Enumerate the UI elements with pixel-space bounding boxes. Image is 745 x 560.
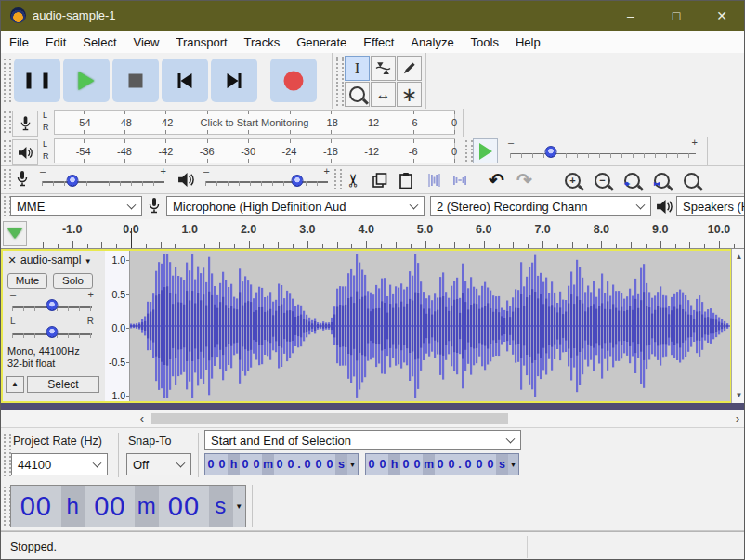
menu-help[interactable]: Help: [507, 35, 549, 49]
time-cell[interactable]: m: [262, 454, 274, 475]
undo-button[interactable]: ↶: [484, 168, 509, 192]
play-button[interactable]: [63, 59, 110, 102]
project-rate-select[interactable]: 44100: [11, 453, 108, 475]
toolbar-grip[interactable]: [465, 140, 473, 162]
time-cell[interactable]: 0: [366, 454, 377, 475]
horizontal-scroll-thumb[interactable]: [151, 413, 508, 424]
scroll-left-arrow[interactable]: ‹: [136, 411, 149, 426]
time-cell[interactable]: 0: [302, 454, 313, 475]
collapse-track-button[interactable]: ▲: [6, 376, 24, 393]
time-cell[interactable]: 0: [485, 454, 496, 475]
zoom-toggle-button[interactable]: [679, 168, 704, 192]
waveform-display[interactable]: [130, 251, 730, 401]
time-cell[interactable]: 0: [474, 454, 485, 475]
paste-button[interactable]: [393, 168, 418, 192]
zoom-out-button[interactable]: −: [590, 168, 615, 192]
time-cell[interactable]: h: [388, 454, 400, 475]
selection-end-field[interactable]: 00h00m00.000s▼: [365, 453, 519, 475]
vertical-scrollbar[interactable]: ▲ ▼: [731, 249, 745, 403]
gain-slider[interactable]: – +: [12, 295, 92, 314]
close-button[interactable]: ✕: [700, 1, 743, 31]
timeline-options-button[interactable]: [3, 221, 27, 246]
playback-device-select[interactable]: Speakers (High Definiti: [676, 196, 745, 216]
time-cell[interactable]: h: [228, 454, 240, 475]
copy-button[interactable]: [367, 168, 392, 192]
pause-button[interactable]: [14, 59, 60, 102]
menu-generate[interactable]: Generate: [288, 35, 355, 49]
time-cell[interactable]: m: [135, 486, 159, 527]
time-cell[interactable]: 0: [400, 454, 412, 475]
time-cell[interactable]: s: [335, 454, 347, 475]
time-format-dropdown[interactable]: ▼: [508, 454, 518, 475]
time-cell[interactable]: h: [61, 486, 85, 527]
menu-tools[interactable]: Tools: [463, 35, 507, 49]
time-cell[interactable]: 0: [285, 454, 296, 475]
toolbar-grip[interactable]: [4, 169, 11, 189]
fit-project-button[interactable]: ▸◂: [649, 168, 674, 192]
snap-to-select[interactable]: Off: [126, 453, 191, 475]
menu-view[interactable]: View: [125, 35, 168, 49]
envelope-tool-button[interactable]: [371, 56, 396, 81]
vertical-scale-ruler[interactable]: 1.00.50.0-0.5-1.0: [105, 251, 130, 401]
audio-position-display[interactable]: 00h00m00s▼: [10, 485, 246, 527]
time-cell[interactable]: 0: [324, 454, 335, 475]
time-format-dropdown[interactable]: ▼: [233, 486, 245, 527]
scroll-up-arrow[interactable]: ▲: [732, 250, 745, 264]
cut-button[interactable]: ✂: [341, 168, 366, 192]
menu-file[interactable]: File: [1, 35, 37, 49]
multi-tool-button[interactable]: ∗: [397, 82, 422, 107]
minimize-button[interactable]: –: [609, 1, 652, 31]
stop-button[interactable]: [112, 59, 159, 102]
skip-to-end-button[interactable]: [211, 59, 257, 102]
menu-edit[interactable]: Edit: [37, 35, 74, 49]
record-meter-mic-button[interactable]: [12, 111, 38, 137]
time-cell[interactable]: 00: [159, 486, 209, 527]
track-select-button[interactable]: Select: [27, 376, 99, 393]
gain-slider-thumb[interactable]: [46, 299, 59, 311]
scroll-down-arrow[interactable]: ▼: [732, 388, 745, 402]
menu-analyze[interactable]: Analyze: [402, 35, 462, 49]
playback-volume-thumb[interactable]: [292, 175, 304, 187]
pan-slider-thumb[interactable]: [46, 326, 59, 338]
track-name-menu[interactable]: audio-sampl ▼: [20, 254, 100, 267]
time-cell[interactable]: 0: [216, 454, 228, 475]
selection-start-field[interactable]: 00h00m00.000s▼: [204, 453, 359, 475]
timeline-ruler[interactable]: -1.00.01.02.03.04.05.06.07.08.09.010.0: [29, 219, 745, 248]
time-cell[interactable]: 0: [446, 454, 457, 475]
solo-button[interactable]: Solo: [53, 273, 93, 289]
time-cell[interactable]: 0: [205, 454, 216, 475]
play-speed-slider-thumb[interactable]: [545, 146, 557, 158]
monitoring-hint[interactable]: Click to Start Monitoring: [198, 117, 312, 128]
play-speed-slider[interactable]: – +: [510, 143, 696, 160]
time-cell[interactable]: m: [423, 454, 435, 475]
time-cell[interactable]: 0: [412, 454, 423, 475]
time-cell[interactable]: 0: [251, 454, 262, 475]
zoom-tool-button[interactable]: [345, 82, 370, 107]
recording-channels-select[interactable]: 2 (Stereo) Recording Chann: [430, 196, 651, 216]
recording-meter[interactable]: -54-48-42-18-12-60Click to Start Monitor…: [54, 110, 455, 135]
mute-button[interactable]: Mute: [7, 273, 47, 289]
toolbar-grip[interactable]: [4, 111, 11, 133]
time-cell[interactable]: 0: [463, 454, 474, 475]
maximize-button[interactable]: □: [655, 1, 698, 31]
menu-select[interactable]: Select: [74, 35, 124, 49]
skip-to-start-button[interactable]: [162, 59, 208, 102]
menu-transport[interactable]: Transport: [167, 35, 235, 49]
menu-effect[interactable]: Effect: [355, 35, 402, 49]
scroll-right-arrow[interactable]: ›: [731, 411, 744, 426]
time-format-dropdown[interactable]: ▼: [347, 454, 358, 475]
selection-mode-select[interactable]: Start and End of Selection: [204, 430, 521, 450]
toolbar-grip[interactable]: [4, 140, 11, 162]
time-cell[interactable]: s: [209, 486, 233, 527]
time-cell[interactable]: 0: [435, 454, 446, 475]
play-meter-speaker-button[interactable]: [12, 139, 38, 165]
time-cell[interactable]: s: [496, 454, 508, 475]
time-cell[interactable]: 0: [274, 454, 285, 475]
toolbar-grip[interactable]: [4, 59, 11, 102]
track-close-button[interactable]: ✕: [6, 254, 19, 267]
time-shift-tool-button[interactable]: ↔: [371, 82, 396, 107]
audio-host-select[interactable]: MME: [10, 196, 142, 216]
menu-tracks[interactable]: Tracks: [236, 35, 289, 49]
trim-audio-button[interactable]: [421, 168, 446, 192]
recording-device-select[interactable]: Microphone (High Definition Aud: [166, 196, 425, 216]
